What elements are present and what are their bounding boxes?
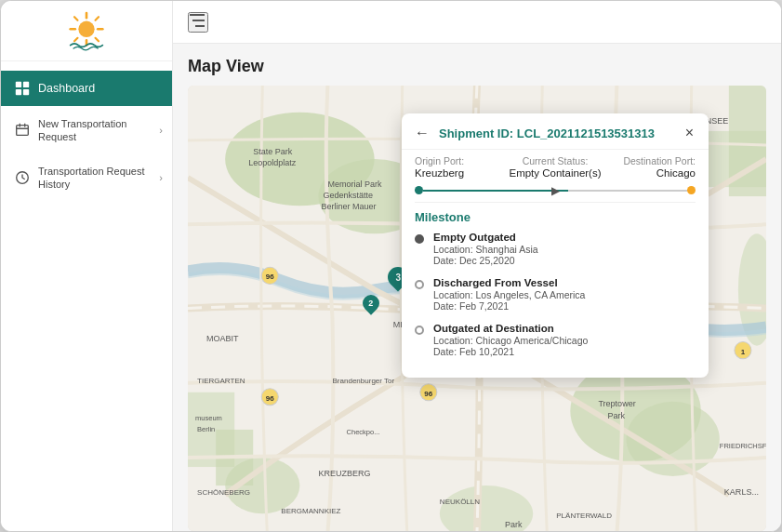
origin-port-label: Origin Port:	[415, 155, 509, 166]
milestone-item-3: Outgated at Destination Location: Chicag…	[415, 323, 696, 357]
logo-icon	[62, 7, 111, 55]
sidebar-item-dashboard-label: Dashboard	[38, 82, 95, 95]
page-title: Map View	[188, 57, 766, 76]
hamburger-icon	[190, 14, 206, 27]
map-container[interactable]: State Park Leopoldplatz Memorial Park Ge…	[188, 86, 766, 531]
milestone-title-3: Outgated at Destination	[433, 323, 588, 334]
milestone-item-2: Discharged From Vessel Location: Los Ang…	[415, 277, 696, 312]
svg-text:96: 96	[266, 394, 274, 403]
milestones-list[interactable]: Empty Outgated Location: Shanghai Asia D…	[402, 228, 709, 378]
destination-port-col: Destination Port: Chicago	[602, 155, 696, 179]
milestone-dot-col-1	[415, 232, 424, 244]
milestone-date-2: Date: Feb 7,2021	[433, 300, 585, 312]
svg-text:FRIEDRICHSFELD: FRIEDRICHSFELD	[720, 442, 766, 450]
new-transport-icon	[14, 122, 31, 139]
svg-rect-10	[23, 82, 29, 87]
progress-start-dot	[415, 186, 423, 194]
close-icon: ×	[685, 125, 694, 140]
svg-line-6	[96, 38, 99, 41]
dashboard-icon	[14, 80, 31, 97]
shipment-id-value: LCL_2021121513531313	[517, 126, 655, 140]
svg-text:Gedenkstätte: Gedenkstätte	[323, 191, 373, 200]
sidebar-item-transport-history[interactable]: Transportation Request History ›	[1, 155, 172, 201]
milestone-date-3: Date: Feb 10,2021	[433, 346, 588, 357]
milestone-date-1: Date: Dec 25,2020	[433, 255, 538, 266]
milestone-item-1: Empty Outgated Location: Shanghai Asia D…	[415, 232, 696, 266]
milestone-content-2: Discharged From Vessel Location: Los Ang…	[433, 277, 585, 312]
popup-close-button[interactable]: ×	[683, 123, 696, 143]
shipment-progress-bar: ▶	[402, 182, 709, 202]
svg-text:Checkpo...: Checkpo...	[347, 428, 380, 436]
progress-end-dot	[687, 186, 696, 194]
svg-text:KARLS...: KARLS...	[724, 487, 759, 497]
origin-port-value: Kreuzberg	[415, 167, 509, 179]
svg-rect-13	[17, 126, 29, 136]
milestone-dot-3	[415, 326, 424, 335]
milestone-location-2: Location: Los Angeles, CA America	[433, 289, 585, 300]
svg-text:KREUZBERG: KREUZBERG	[318, 469, 370, 478]
hamburger-button[interactable]	[188, 12, 208, 33]
svg-line-7	[96, 17, 99, 20]
svg-text:Park: Park	[505, 520, 523, 529]
milestone-content-1: Empty Outgated Location: Shanghai Asia D…	[433, 232, 538, 266]
transport-history-icon	[14, 169, 31, 186]
milestone-title-2: Discharged From Vessel	[433, 277, 585, 288]
milestone-dot-col-3	[415, 323, 424, 335]
svg-text:Treptower: Treptower	[598, 399, 635, 408]
svg-text:Memorial Park: Memorial Park	[327, 180, 382, 189]
svg-text:Berlin: Berlin	[197, 425, 215, 433]
back-arrow-icon: ←	[415, 125, 430, 140]
svg-text:PLÄNTERWALD: PLÄNTERWALD	[556, 512, 612, 520]
svg-text:BERGMANNKIEZ: BERGMANNKIEZ	[281, 507, 340, 515]
progress-line: ▶	[423, 190, 687, 192]
milestone-dot-1	[415, 234, 424, 244]
sidebar-item-new-transport-label: New Transportation Request	[38, 117, 159, 144]
shipment-id-label: Shipment ID:	[439, 126, 513, 140]
svg-text:1: 1	[741, 348, 746, 356]
svg-text:SCHÖNEBERG: SCHÖNEBERG	[197, 488, 250, 497]
milestone-dot-col-2	[415, 277, 424, 289]
map-marker2-number: 2	[368, 299, 373, 308]
content-area: Map View	[173, 44, 781, 531]
sidebar-logo	[1, 1, 172, 61]
map-marker-number: 3	[395, 273, 401, 283]
sidebar-item-transport-history-label: Transportation Request History	[38, 165, 159, 192]
origin-port-col: Origin Port: Kreuzberg	[415, 155, 509, 179]
svg-text:Leopoldplatz: Leopoldplatz	[248, 158, 297, 167]
popup-header: ← Shipment ID: LCL_2021121513531313 ×	[402, 113, 709, 150]
popup-back-button[interactable]: ←	[415, 123, 435, 143]
svg-text:Brandenburger Tor: Brandenburger Tor	[333, 377, 395, 385]
sidebar-item-new-transport[interactable]: New Transportation Request ›	[1, 108, 172, 153]
svg-text:MOABIT: MOABIT	[206, 334, 239, 343]
svg-text:museum: museum	[195, 414, 222, 422]
svg-rect-9	[16, 82, 21, 87]
progress-arrow-icon: ▶	[551, 184, 560, 197]
main-content: Map View	[173, 1, 781, 531]
svg-text:96: 96	[266, 273, 274, 281]
destination-port-value: Chicago	[602, 167, 696, 179]
topbar	[173, 1, 781, 44]
svg-rect-12	[23, 89, 29, 95]
svg-text:Berliner Mauer: Berliner Mauer	[321, 202, 376, 211]
svg-text:96: 96	[424, 390, 432, 398]
destination-port-label: Destination Port:	[602, 155, 696, 166]
popup-shipment-id: Shipment ID: LCL_2021121513531313	[435, 126, 683, 140]
svg-point-0	[78, 21, 94, 37]
current-status-col: Current Status: Empty Container(s)	[509, 155, 603, 179]
sidebar: Dashboard New Transportation Request ›	[1, 1, 173, 531]
svg-line-5	[74, 17, 77, 20]
sidebar-navigation: Dashboard New Transportation Request ›	[1, 61, 172, 531]
svg-line-8	[74, 38, 77, 41]
svg-rect-11	[16, 89, 21, 95]
svg-text:NEUKÖLLN: NEUKÖLLN	[440, 498, 480, 506]
svg-text:Park: Park	[607, 411, 625, 420]
current-status-value: Empty Container(s)	[509, 167, 603, 179]
milestone-location-3: Location: Chicago America/Chicago	[433, 335, 588, 346]
svg-text:State Park: State Park	[253, 147, 293, 156]
sidebar-item-dashboard[interactable]: Dashboard	[1, 71, 172, 106]
milestone-location-1: Location: Shanghai Asia	[433, 244, 538, 255]
current-status-label: Current Status:	[509, 155, 603, 166]
shipment-popup: ← Shipment ID: LCL_2021121513531313 ×	[402, 113, 709, 378]
chevron-right-history-icon: ›	[159, 172, 163, 183]
milestone-content-3: Outgated at Destination Location: Chicag…	[433, 323, 588, 357]
